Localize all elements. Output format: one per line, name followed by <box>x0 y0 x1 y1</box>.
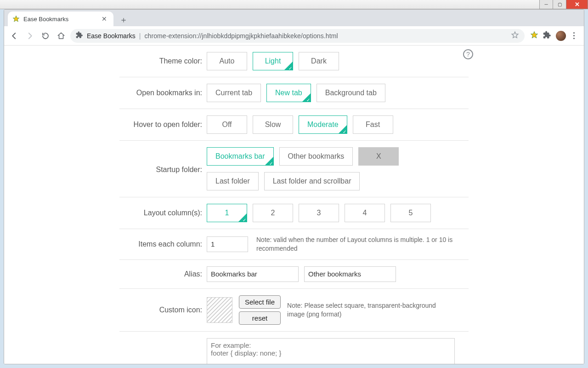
hover-label: Hover to open folder: <box>119 121 207 129</box>
new-tab-button[interactable]: ＋ <box>117 13 130 26</box>
startup-option-other[interactable]: Other bookmarks <box>279 147 353 166</box>
ease-bookmarks-ext-icon[interactable] <box>530 31 538 41</box>
items-each-input[interactable] <box>207 236 248 252</box>
select-file-button[interactable]: Select file <box>239 295 281 309</box>
alias-input-1[interactable] <box>207 266 299 282</box>
open-option-background[interactable]: Background tab <box>317 84 385 102</box>
omnibox-url: chrome-extension://jnlhiobkddpipmgjkpkhi… <box>144 32 507 40</box>
icon-preview <box>207 297 232 323</box>
alias-input-2[interactable] <box>304 266 396 282</box>
row-custom-style: Custom style: <box>119 332 469 364</box>
hover-option-off[interactable]: Off <box>207 115 247 134</box>
browser-window: Ease Bookmarks ✕ ＋ Ease Bookmarks | chro… <box>4 9 584 364</box>
window-maximize-button[interactable]: ▢ <box>553 0 566 9</box>
hover-option-fast[interactable]: Fast <box>353 115 393 134</box>
toolbar: Ease Bookmarks | chrome-extension://jnlh… <box>4 26 584 46</box>
row-custom-icon: Custom icon: Select file reset Note: Ple… <box>119 289 469 332</box>
back-button[interactable] <box>8 29 21 42</box>
home-button[interactable] <box>55 29 68 42</box>
page-content: ? Theme color: Auto Light Dark Open book… <box>4 46 584 364</box>
window-close-button[interactable]: ✕ <box>566 0 588 9</box>
reset-button[interactable]: reset <box>239 311 281 325</box>
help-icon[interactable]: ? <box>463 49 473 59</box>
hover-option-slow[interactable]: Slow <box>253 115 293 134</box>
star-icon <box>12 15 20 23</box>
bookmark-star-icon[interactable] <box>511 31 519 40</box>
custom-style-textarea[interactable] <box>207 338 455 364</box>
row-alias: Alias: <box>119 260 469 289</box>
omnibox-ext-name: Ease Bookmarks <box>87 32 136 40</box>
row-columns: Layout column(s): 1 2 3 4 5 <box>119 197 469 229</box>
open-option-newtab[interactable]: New tab <box>266 84 311 102</box>
row-hover: Hover to open folder: Off Slow Moderate … <box>119 109 469 141</box>
address-bar[interactable]: Ease Bookmarks | chrome-extension://jnlh… <box>70 29 525 43</box>
tab-close-icon[interactable]: ✕ <box>100 15 109 23</box>
extension-icons <box>527 31 580 41</box>
open-in-label: Open bookmarks in: <box>119 89 207 97</box>
startup-option-bookmarksbar[interactable]: Bookmarks bar <box>207 147 274 166</box>
forward-button[interactable] <box>23 29 36 42</box>
theme-option-dark[interactable]: Dark <box>299 52 339 70</box>
items-each-note: Note: valid when the number of Layout co… <box>256 236 454 253</box>
columns-option-3[interactable]: 3 <box>299 204 339 222</box>
svg-marker-1 <box>531 31 538 38</box>
tab-title: Ease Bookmarks <box>23 16 100 23</box>
settings-panel: ? Theme color: Auto Light Dark Open book… <box>110 46 478 364</box>
items-each-label: Items each column: <box>119 240 207 248</box>
extensions-puzzle-icon[interactable] <box>543 31 551 41</box>
theme-option-auto[interactable]: Auto <box>207 52 247 70</box>
open-option-current[interactable]: Current tab <box>207 84 261 102</box>
columns-option-4[interactable]: 4 <box>345 204 385 222</box>
reload-button[interactable] <box>39 29 52 42</box>
alias-label: Alias: <box>119 270 207 278</box>
window-minimize-button[interactable]: ─ <box>539 0 553 9</box>
row-items-each: Items each column: Note: valid when the … <box>119 229 469 260</box>
columns-option-1[interactable]: 1 <box>207 204 247 222</box>
theme-option-light[interactable]: Light <box>253 52 293 70</box>
tab-strip: Ease Bookmarks ✕ ＋ <box>4 10 584 26</box>
browser-menu-button[interactable] <box>571 32 577 39</box>
profile-avatar[interactable] <box>556 31 566 41</box>
columns-label: Layout column(s): <box>119 209 207 217</box>
custom-icon-label: Custom icon: <box>119 306 207 314</box>
row-startup: Startup folder: Bookmarks bar Other book… <box>119 141 469 197</box>
theme-label: Theme color: <box>119 57 207 65</box>
row-open-in: Open bookmarks in: Current tab New tab B… <box>119 77 469 109</box>
tab-ease-bookmarks[interactable]: Ease Bookmarks ✕ <box>8 12 113 26</box>
svg-marker-0 <box>13 16 19 22</box>
window-titlebar: ─ ▢ ✕ <box>0 0 588 9</box>
startup-label: Startup folder: <box>119 147 207 174</box>
row-theme: Theme color: Auto Light Dark <box>119 46 469 77</box>
startup-option-lastfolder[interactable]: Last folder <box>207 172 259 190</box>
extension-icon <box>76 31 83 40</box>
hover-option-moderate[interactable]: Moderate <box>299 115 347 134</box>
custom-icon-note: Note: Please select square, transparent-… <box>287 301 439 319</box>
startup-option-x: X <box>358 147 399 166</box>
columns-option-2[interactable]: 2 <box>253 204 293 222</box>
startup-option-lastfolder-scroll[interactable]: Last folder and scrollbar <box>264 172 360 190</box>
omnibox-separator: | <box>139 32 141 40</box>
columns-option-5[interactable]: 5 <box>390 204 431 222</box>
